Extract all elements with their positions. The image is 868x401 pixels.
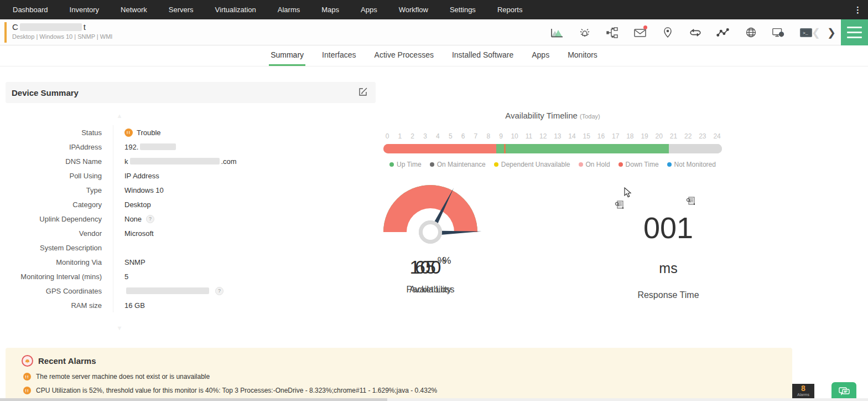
mouse-cursor — [624, 187, 632, 200]
alarm-row[interactable]: The remote server machine does not exist… — [6, 373, 792, 381]
device-name: C t — [12, 22, 86, 32]
trouble-severity-icon — [23, 387, 31, 394]
dependency-loop-icon[interactable] — [689, 26, 702, 39]
tab[interactable]: Active Processes — [373, 50, 435, 66]
field-label: Monitoring Interval (mins) — [6, 269, 113, 284]
tab[interactable]: Apps — [530, 50, 551, 66]
legend-item: On Maintenance — [430, 161, 486, 168]
hour-tick: 8 — [486, 132, 491, 140]
field-value-text: SNMP — [124, 258, 145, 266]
response-time-widget: 001 ms Response Time — [621, 210, 715, 300]
location-pin-icon[interactable] — [661, 26, 674, 39]
edit-icon[interactable] — [358, 87, 368, 99]
hour-tick: 24 — [713, 132, 720, 140]
performance-graph-icon[interactable] — [550, 26, 564, 39]
nav-item[interactable]: Maps — [321, 6, 339, 14]
report-details-icon[interactable] — [686, 197, 695, 208]
tab[interactable]: Interfaces — [320, 50, 357, 66]
vertical-ellipsis-icon[interactable]: ⋮ — [854, 0, 862, 19]
device-name-prefix: C — [12, 22, 18, 32]
redacted-value — [140, 143, 176, 150]
scroll-up-icon[interactable]: ▲ — [115, 112, 124, 119]
hour-tick: 16 — [597, 132, 605, 140]
topology-icon[interactable] — [606, 26, 619, 39]
field-value: SNMP — [113, 258, 145, 266]
mail-icon[interactable] — [633, 26, 647, 39]
line-chart-icon[interactable] — [716, 26, 730, 39]
field-value: None — [113, 215, 154, 223]
legend-dot — [667, 162, 672, 167]
field-label: Vendor — [6, 226, 113, 240]
field-label: Monitoring Via — [6, 255, 113, 269]
report-details-icon[interactable] — [615, 200, 624, 212]
availability-timeline-bar[interactable] — [383, 144, 722, 153]
hour-tick: 4 — [435, 132, 440, 140]
chevron-left-icon[interactable]: ❮ — [812, 19, 820, 45]
alarm-bell-icon[interactable] — [578, 26, 591, 39]
scroll-down-icon[interactable]: ▼ — [115, 325, 124, 331]
nav-item[interactable]: Network — [121, 6, 147, 14]
device-summary-panel: Device Summary ▲ Status Trouble IPAddres… — [6, 82, 376, 312]
nav-item[interactable]: Virtualization — [215, 6, 256, 14]
tab[interactable]: Monitors — [566, 50, 599, 66]
field-value-text: Trouble — [137, 128, 161, 137]
remote-session-icon[interactable]: $ — [772, 26, 785, 39]
summary-field-row: System Description — [6, 240, 376, 255]
field-value: Microsoft — [113, 229, 154, 238]
nav-item[interactable]: Reports — [497, 6, 523, 14]
nav-item[interactable]: Workflow — [399, 6, 428, 14]
field-value-text: None — [124, 215, 142, 223]
legend-label: Dependent Unavailable — [501, 161, 570, 168]
field-value-text: Desktop — [124, 200, 151, 209]
hour-tick: 5 — [448, 132, 453, 140]
nav-item[interactable]: Apps — [361, 6, 377, 14]
device-summary-title: Device Summary — [12, 88, 79, 97]
legend-label: On Maintenance — [437, 161, 486, 168]
field-value: 16 GB — [113, 301, 145, 310]
legend-item: Not Monitored — [667, 161, 716, 168]
globe-icon[interactable] — [744, 26, 757, 39]
redacted-name — [20, 23, 82, 31]
recent-alarms-title: Recent Alarms — [38, 356, 96, 366]
device-subtitle: Desktop | Windows 10 | SNMP | WMI — [12, 33, 112, 40]
nav-item[interactable]: Servers — [169, 6, 194, 14]
help-icon[interactable] — [146, 215, 154, 223]
timeline-hour-ticks: 0123456789101112131415161718192021222324 — [383, 132, 722, 140]
field-value-prefix: 192. — [124, 143, 138, 151]
hamburger-menu-button[interactable] — [841, 19, 868, 45]
field-label: Category — [6, 197, 113, 212]
alarm-row[interactable]: CPU Utilization is 52%, threshold value … — [6, 387, 792, 394]
alarm-count: 8 — [792, 384, 814, 393]
field-label: Status — [6, 125, 113, 140]
tab[interactable]: Installed Software — [450, 50, 515, 66]
field-value-text: 5 — [124, 273, 128, 281]
chevron-right-icon[interactable]: ❯ — [827, 19, 836, 45]
device-header: C t Desktop | Windows 10 | SNMP | WMI — [0, 19, 868, 45]
timeline-legend: Up Time On Maintenance Dependent Unavail… — [383, 161, 722, 168]
field-value: 5 — [113, 273, 128, 281]
summary-field-row: IPAddress 192. — [6, 140, 376, 154]
timeline-title: Availability Timeline (Today) — [383, 111, 722, 120]
field-value-text: IP Address — [124, 172, 159, 180]
response-time-unit: ms — [621, 260, 715, 276]
help-icon[interactable] — [215, 287, 224, 295]
summary-field-row: Vendor Microsoft — [6, 226, 376, 240]
hour-tick: 9 — [498, 132, 504, 140]
terminal-icon[interactable]: >_ — [799, 26, 813, 39]
field-label: System Description — [6, 240, 113, 255]
nav-item[interactable]: Dashboard — [13, 6, 48, 14]
horizontal-scrollbar[interactable] — [0, 398, 868, 401]
nav-item[interactable]: Inventory — [70, 6, 99, 14]
recent-alarms-bell-icon — [22, 355, 33, 367]
nav-item[interactable]: Alarms — [278, 6, 300, 14]
alarm-count-label: Alarms — [792, 393, 814, 397]
trouble-severity-icon — [23, 373, 31, 381]
svg-text:>_: >_ — [803, 30, 808, 35]
trouble-status-icon — [124, 128, 133, 137]
summary-field-row: Monitoring Via SNMP — [6, 255, 376, 269]
summary-field-row: RAM size 16 GB — [6, 298, 376, 312]
nav-item[interactable]: Settings — [450, 6, 476, 14]
field-value: IP Address — [113, 172, 159, 180]
tab[interactable]: Summary — [269, 50, 305, 66]
scrollbar-thumb[interactable] — [0, 398, 387, 401]
